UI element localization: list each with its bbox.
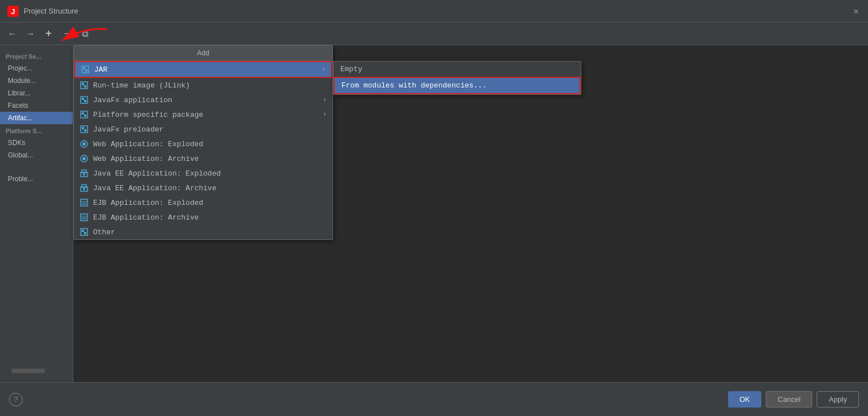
submenu-item-from-modules[interactable]: From modules with dependencies... [334, 77, 581, 94]
svg-rect-30 [82, 203, 86, 205]
runtime-label: Run-time image (JLink) [93, 81, 327, 90]
sidebar-item-project[interactable]: Projec... [0, 62, 73, 75]
svg-rect-10 [82, 98, 84, 100]
ejb-exploded-icon [80, 198, 89, 207]
svg-point-21 [82, 157, 86, 160]
dropdown-overlay: Add JAR › [73, 45, 868, 382]
title-bar: J Project Structure ✕ [0, 0, 868, 23]
sidebar: Project Se... Projec... Module... Librar… [0, 45, 73, 382]
preloader-label: JavaFx preloader [93, 125, 327, 134]
jar-arrow-icon: › [322, 65, 326, 73]
ejb-exploded-label: EJB Application: Exploded [93, 199, 327, 207]
javafx-arrow-icon: › [323, 96, 327, 104]
sidebar-item-modules[interactable]: Module... [0, 75, 73, 87]
menu-item-ejb-exploded[interactable]: EJB Application: Exploded [74, 195, 332, 210]
sidebar-item-global[interactable]: Global... [0, 149, 73, 161]
remove-button[interactable]: − [59, 26, 74, 42]
web-archive-label: Web Application: Archive [93, 155, 327, 163]
jee-exploded-icon [80, 169, 89, 178]
platform-label: Platform specific package [93, 111, 318, 119]
back-button[interactable]: ← [5, 26, 20, 42]
ejb-archive-label: EJB Application: Archive [93, 213, 327, 222]
svg-rect-8 [84, 85, 86, 87]
sidebar-item-sdks[interactable]: SDKs [0, 137, 73, 149]
javafx-label: JavaFx application [93, 96, 318, 104]
jar-label: JAR [94, 65, 317, 74]
close-button[interactable]: ✕ [851, 6, 861, 16]
svg-rect-23 [82, 170, 86, 173]
other-icon [80, 227, 89, 237]
jar-submenu: Empty From modules with dependencies... [333, 61, 581, 95]
svg-rect-35 [82, 230, 84, 232]
jee-archive-icon [80, 183, 89, 192]
project-section-label: Project Se... [0, 50, 73, 62]
platform-section-label: Platform S... [0, 124, 73, 137]
javafx-icon [80, 95, 89, 104]
jee-exploded-label: Java EE Application: Exploded [93, 169, 327, 178]
add-menu-header: Add [74, 46, 332, 61]
menu-item-platform[interactable]: Platform specific package › [74, 107, 332, 122]
menu-item-runtime[interactable]: Run-time image (JLink) [74, 78, 332, 93]
web-archive-icon [80, 154, 89, 163]
ejb-archive-icon [80, 213, 89, 222]
jar-icon [81, 65, 90, 74]
menu-item-jee-archive[interactable]: Java EE Application: Archive [74, 181, 332, 195]
svg-rect-14 [84, 115, 86, 117]
svg-rect-26 [82, 185, 86, 187]
bottom-bar: ? OK Cancel Apply [0, 382, 868, 416]
content-area: Project Se... Projec... Module... Librar… [0, 45, 868, 382]
forward-button[interactable]: → [23, 26, 38, 42]
dialog-buttons: OK Cancel Apply [728, 391, 859, 408]
svg-rect-7 [82, 83, 84, 85]
cancel-button[interactable]: Cancel [766, 391, 812, 408]
sidebar-item-artifacts[interactable]: Artifac... [0, 112, 73, 124]
menu-item-jee-exploded[interactable]: Java EE Application: Exploded [74, 166, 332, 181]
svg-point-19 [82, 142, 86, 146]
preloader-icon [80, 125, 89, 134]
sidebar-item-facets[interactable]: Facets [0, 99, 73, 112]
menu-item-ejb-archive[interactable]: EJB Application: Archive [74, 210, 332, 225]
svg-rect-4 [83, 67, 85, 69]
sidebar-scrollbar[interactable] [11, 369, 45, 373]
svg-rect-17 [84, 129, 86, 132]
platform-icon [80, 110, 89, 119]
svg-rect-16 [82, 127, 84, 129]
sidebar-item-libraries[interactable]: Librar... [0, 87, 73, 99]
menu-item-jar[interactable]: JAR › [74, 61, 332, 78]
add-button[interactable]: + [41, 26, 56, 42]
submenu-item-empty[interactable]: Empty [334, 62, 581, 77]
svg-text:J: J [11, 7, 15, 16]
platform-arrow-icon: › [323, 111, 327, 119]
window-title: Project Structure [24, 7, 78, 15]
menu-item-preloader[interactable]: JavaFx preloader [74, 122, 332, 137]
menu-item-web-exploded[interactable]: Web Application: Exploded [74, 137, 332, 151]
toolbar: ← → + − ⧉ [0, 23, 868, 45]
svg-rect-36 [84, 232, 86, 234]
runtime-icon [80, 81, 89, 90]
main-layout: ← → + − ⧉ Project Se... Projec... Module… [0, 23, 868, 416]
svg-rect-33 [82, 217, 86, 220]
help-button[interactable]: ? [9, 393, 23, 406]
copy-button[interactable]: ⧉ [77, 26, 93, 42]
apply-button[interactable]: Apply [817, 391, 859, 408]
empty-label: Empty [340, 65, 362, 73]
sidebar-item-problems[interactable]: Proble... [8, 173, 65, 185]
from-modules-label: From modules with dependencies... [341, 81, 486, 90]
menu-item-other[interactable]: Other [74, 225, 332, 239]
jee-archive-label: Java EE Application: Archive [93, 184, 327, 192]
svg-point-27 [83, 188, 85, 190]
svg-rect-13 [82, 112, 84, 115]
menu-item-web-archive[interactable]: Web Application: Archive [74, 151, 332, 166]
ok-button[interactable]: OK [728, 391, 761, 408]
svg-rect-11 [84, 100, 86, 102]
main-content: Add JAR › [73, 45, 868, 382]
svg-rect-5 [85, 69, 87, 72]
svg-point-24 [83, 173, 85, 176]
menu-item-javafx[interactable]: JavaFx application › [74, 93, 332, 107]
app-icon: J [7, 5, 19, 17]
web-exploded-icon [80, 139, 89, 148]
web-exploded-label: Web Application: Exploded [93, 140, 327, 148]
add-menu: Add JAR › [73, 45, 333, 240]
other-label: Other [93, 228, 327, 237]
